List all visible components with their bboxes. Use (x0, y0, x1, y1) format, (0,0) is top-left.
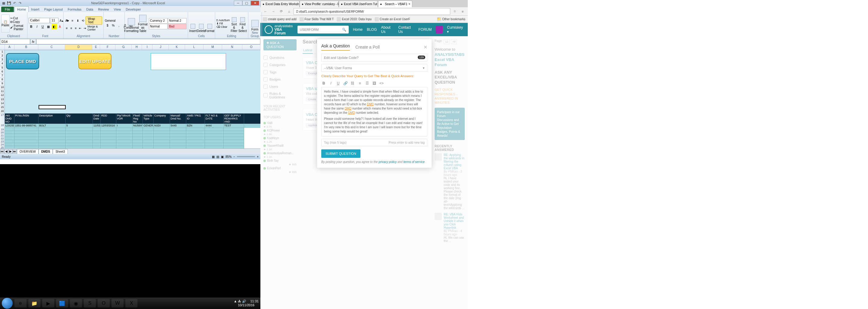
zoom-slider[interactable] (237, 156, 255, 157)
table-cell[interactable] (14, 146, 38, 148)
format-cells-button[interactable]: Format (206, 15, 214, 33)
table-cell[interactable] (205, 146, 224, 148)
sheet-tab-sheet3[interactable]: Sheet3 (53, 149, 68, 154)
table-cell[interactable] (38, 146, 66, 148)
table-cell[interactable] (205, 137, 224, 140)
table-cell[interactable] (5, 134, 14, 137)
table-cell[interactable] (133, 134, 143, 137)
table-cell[interactable] (143, 137, 154, 140)
name-box[interactable]: D14 (0, 39, 30, 44)
row-header-6[interactable]: 6 (0, 70, 5, 74)
menu-icon[interactable]: ≡ (459, 8, 466, 15)
orientation-icon[interactable]: ⟲ (81, 18, 85, 23)
table-cell[interactable] (186, 140, 205, 143)
row-header-23[interactable]: 23 (0, 140, 5, 143)
browser-tab[interactable]: ●Excel VBA UserForm Tut × (339, 1, 378, 7)
currency-icon[interactable]: $ (105, 23, 110, 28)
table-cell[interactable] (101, 146, 116, 148)
row-header-4[interactable]: 4 (0, 62, 5, 66)
table-cell[interactable] (205, 128, 224, 131)
cut-button[interactable]: ✂ Cut (10, 17, 26, 20)
fill-button[interactable]: ⬇ Fill (216, 22, 230, 25)
table-cell[interactable] (5, 128, 14, 131)
font-size-select[interactable]: 11 (50, 18, 59, 23)
row-header-1[interactable]: 1 (0, 50, 5, 54)
start-orb-icon[interactable] (2, 298, 13, 309)
user-avatar-icon[interactable] (436, 26, 443, 33)
table-cell[interactable] (170, 146, 186, 148)
table-cell[interactable] (38, 128, 66, 131)
taskbar-media-icon[interactable]: ▶ (42, 299, 54, 308)
align-left-icon[interactable]: ≡ (65, 25, 69, 31)
taskbar-outlook-icon[interactable]: O (98, 299, 110, 308)
align-center-icon[interactable]: ≡ (69, 25, 73, 31)
url-input[interactable]: 🗋 vbaf1.com/q/search-questions/USERFORM/ (293, 8, 450, 15)
table-cell[interactable] (205, 131, 224, 134)
table-cell[interactable] (14, 134, 38, 137)
col-header-N[interactable]: N (222, 45, 243, 50)
col-header-K[interactable]: K (169, 45, 185, 50)
question-body-editor[interactable]: Hello there, I have created a simple for… (321, 87, 427, 136)
view-break-icon[interactable]: ▣ (221, 155, 224, 159)
row-header-25[interactable]: 25 (0, 146, 5, 148)
table-cell[interactable] (5, 146, 14, 148)
table-cell[interactable] (224, 137, 244, 140)
table-cell[interactable] (186, 134, 205, 137)
forum-logo[interactable]: analysistabsVBA Forum (265, 24, 293, 35)
modal-close-icon[interactable]: ✕ (424, 44, 427, 50)
table-cell[interactable] (14, 140, 38, 143)
col-header-M[interactable]: M (204, 45, 222, 50)
table-cell[interactable] (133, 131, 143, 134)
zoom-in-icon[interactable]: + (257, 155, 258, 159)
table-cell[interactable] (186, 137, 205, 140)
row-header-20[interactable]: 20 (0, 131, 5, 134)
row-header-2[interactable]: 2 (0, 54, 5, 58)
table-cell[interactable] (143, 143, 154, 146)
username[interactable]: Cumiskey ▾ (447, 25, 464, 34)
back-icon[interactable]: ← (262, 8, 269, 15)
row-header-11[interactable]: 11 (0, 90, 5, 93)
table-cell[interactable] (154, 137, 170, 140)
table-cell[interactable] (205, 140, 224, 143)
row-header-15[interactable]: 15 (0, 106, 5, 110)
table-cell[interactable] (154, 134, 170, 137)
tab-review[interactable]: Review (96, 7, 111, 12)
table-cell[interactable] (116, 128, 133, 131)
nav-link[interactable]: Contact Us (398, 25, 414, 34)
table-cell[interactable] (66, 140, 93, 143)
wrap-text-button[interactable]: Wrap Text (86, 16, 102, 25)
format-table-button[interactable]: Format as Table (137, 15, 148, 33)
search-icon[interactable]: 🔍 (342, 28, 346, 32)
table-cell[interactable]: 11/03/2016 (93, 124, 101, 128)
bookmark-item[interactable]: create query and add (263, 17, 297, 22)
percent-icon[interactable]: % (111, 23, 116, 28)
align-right-icon[interactable]: ≡ (74, 25, 78, 31)
table-cell[interactable] (186, 146, 205, 148)
comma-icon[interactable]: , (116, 23, 122, 28)
merge-button[interactable]: Merge & Center (87, 25, 102, 31)
tab-data[interactable]: Data (84, 7, 96, 12)
qat-redo-icon[interactable]: ↷ (18, 1, 22, 5)
table-cell[interactable] (66, 131, 93, 134)
row-header-5[interactable]: 5 (0, 66, 5, 70)
table-cell[interactable] (5, 143, 14, 146)
table-cell[interactable] (101, 131, 116, 134)
table-cell[interactable] (93, 140, 101, 143)
table-cell[interactable] (133, 137, 143, 140)
home-icon[interactable]: ⌂ (286, 8, 292, 15)
insert-cells-button[interactable]: Insert (189, 15, 197, 33)
table-cell[interactable] (101, 128, 116, 131)
table-cell[interactable]: 1551-99-9885741 (14, 124, 38, 128)
delete-cells-button[interactable]: Delete (197, 15, 205, 33)
style-currency2[interactable]: Currency 2 (149, 18, 167, 24)
forward-icon[interactable]: → (270, 8, 277, 15)
table-cell[interactable] (143, 134, 154, 137)
table-cell[interactable]: BZN 01011221 BZZ 887784 (186, 124, 205, 128)
table-cell[interactable] (224, 134, 244, 137)
maximize-icon[interactable]: ▢ (242, 1, 251, 5)
table-cell[interactable] (170, 131, 186, 134)
table-cell[interactable] (143, 131, 154, 134)
row-header-21[interactable]: 21 (0, 134, 5, 137)
qat-save-icon[interactable]: 💾 (7, 1, 11, 5)
table-cell[interactable] (38, 134, 66, 137)
